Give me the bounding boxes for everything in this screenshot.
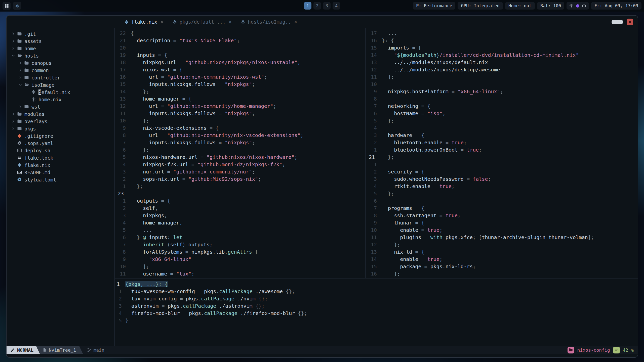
code-line[interactable]: 12 url = "github:nix-community/home-mana… [115, 103, 365, 110]
workspace-tag[interactable]: 1 [304, 2, 311, 10]
code-line[interactable]: 14 "${modulesPath}/installer/cd-dvd/inst… [366, 52, 638, 59]
chevron-right-icon[interactable] [17, 105, 23, 109]
chevron-right-icon[interactable] [17, 76, 23, 79]
code-line[interactable]: 1 [366, 161, 638, 168]
code-line[interactable]: 9 nix-vscode-extensions = { [115, 124, 365, 132]
code-line[interactable]: 18 nixpkgs.url = "github:nixos/nixpkgs/n… [115, 59, 365, 66]
tree-item[interactable]: pkgs [7, 125, 114, 132]
code-line[interactable]: 6 hostName = "iso"; [366, 110, 638, 117]
tree-item[interactable]: .git [7, 30, 114, 37]
tree-item[interactable]: stylua.toml [7, 176, 114, 183]
code-line[interactable]: 21 description = "tux's NixOS Flake"; [115, 37, 365, 44]
code-line[interactable]: 14 enable = true; [366, 256, 638, 263]
window-close-button[interactable]: × [627, 19, 633, 25]
code-line[interactable]: 5 ... [115, 227, 365, 234]
launcher-button[interactable] [3, 2, 11, 10]
code-line[interactable]: 7 networking = { [366, 103, 638, 110]
code-line[interactable]: 17 nixos-wsl = { [115, 66, 365, 73]
code-line[interactable]: 7 inherit (self) outputs; [115, 241, 365, 248]
code-line[interactable]: 8 forAllSystems = nixpkgs.lib.genAttrs [ [115, 248, 365, 256]
code-line[interactable]: 10 }; [115, 117, 365, 124]
status-dot-icon[interactable] [576, 4, 579, 8]
chevron-right-icon[interactable] [10, 119, 16, 123]
chevron-right-icon[interactable] [10, 127, 16, 130]
code-line[interactable]: 16 url = "github:nix-community/nixos-wsl… [115, 73, 365, 81]
code-line[interactable]: 8 [366, 95, 638, 103]
tree-item[interactable]: wsl [7, 103, 114, 110]
code-line[interactable]: 15 imports = [ [366, 44, 638, 52]
tab-close-icon[interactable]: × [160, 19, 164, 25]
tree-item[interactable]: deploy.sh [7, 147, 114, 154]
workspace-tag[interactable]: 2 [313, 2, 321, 10]
code-line[interactable]: 9 "x86_64-linux" [115, 256, 365, 263]
tree-item[interactable]: default.nix [7, 88, 114, 96]
code-line[interactable]: 3 hardware = { [366, 132, 638, 139]
tab[interactable]: pkgs/default ...× [169, 16, 236, 28]
code-line[interactable]: 22{ [115, 30, 365, 37]
code-line[interactable]: 13 ../../modules/nixos/default.nix [366, 59, 638, 66]
tab-close-icon[interactable]: × [294, 19, 297, 25]
code-line[interactable]: 19 inputs = { [115, 52, 365, 59]
tree-item[interactable]: isoImage [7, 81, 114, 88]
code-line[interactable]: 4 rtkit.enable = true; [366, 183, 638, 190]
code-line[interactable]: 2 bluetooth.enable = true; [366, 139, 638, 146]
code-line[interactable]: 1 bluetooth.powerOnBoot = true; [366, 146, 638, 154]
code-line[interactable]: 3 nur.url = "github:nix-community/nur"; [115, 168, 365, 175]
workspace-tag[interactable]: 4 [333, 2, 340, 10]
nix-logo-button[interactable] [13, 2, 21, 10]
power-profile-widget[interactable]: P: Performance [413, 2, 455, 10]
code-line[interactable]: 16}: { [366, 37, 638, 44]
tree-item[interactable]: canopus [7, 59, 114, 67]
code-line[interactable]: 6 } @ inputs: let [115, 234, 365, 241]
window-toggle-button[interactable] [612, 20, 623, 24]
chevron-down-icon[interactable] [17, 83, 23, 87]
code-line[interactable]: 21 }; [366, 154, 638, 161]
code-line[interactable]: 2 security = { [366, 168, 638, 175]
tree-item[interactable]: flake.nix [7, 161, 114, 169]
gpu-widget[interactable]: GPU: Integrated [458, 2, 503, 10]
code-line[interactable]: 2 sops-nix.url = "github:Mic92/sops-nix"… [115, 175, 365, 183]
code-line[interactable]: 11 plugins = with pkgs.xfce; [thunar-arc… [366, 234, 638, 241]
code-line[interactable]: 3 nixpkgs, [115, 212, 365, 219]
code-line[interactable]: 7 inputs.nixpkgs.follows = "nixpkgs"; [115, 139, 365, 146]
code-line[interactable]: 1 outputs = { [115, 197, 365, 205]
tab-close-icon[interactable]: × [229, 19, 232, 25]
chevron-down-icon[interactable] [10, 54, 16, 58]
tree-item[interactable]: flake.lock [7, 154, 114, 161]
code-line[interactable]: 15 inputs.nixpkgs.follows = "nixpkgs"; [115, 81, 365, 88]
code-line[interactable]: 9 nixpkgs.hostPlatform = "x86_64-linux"; [366, 88, 638, 95]
code-line[interactable]: 4 home-manager, [115, 219, 365, 227]
code-line[interactable]: 7 programs = { [366, 205, 638, 212]
chevron-right-icon[interactable] [10, 47, 16, 50]
tree-item[interactable]: home [7, 45, 114, 52]
code-line[interactable]: 2 tux-nvim-config = pkgs.callPackage ./n… [115, 295, 638, 302]
code-line[interactable]: 17 ... [366, 30, 638, 37]
code-line[interactable]: 5 }; [366, 190, 638, 197]
tab[interactable]: hosts/isoImag..× [237, 16, 301, 28]
code-line[interactable]: 11 username = "tux"; [115, 270, 365, 278]
code-line[interactable]: 3 astronvim = pkgs.callPackage ./astronv… [115, 302, 638, 310]
code-line[interactable]: 4 [366, 124, 638, 132]
code-line[interactable]: 16 }; [366, 270, 638, 278]
code-line[interactable]: 13 home-manager = { [115, 95, 365, 103]
tree-item[interactable]: common [7, 67, 114, 74]
code-line[interactable]: 5 nixos-hardware.url = "github:nixos/nix… [115, 154, 365, 161]
tray-icon[interactable] [582, 4, 586, 8]
code-line[interactable]: 2 self, [115, 205, 365, 212]
code-line[interactable]: 1{pkgs, ...}: { [115, 281, 638, 288]
chevron-right-icon[interactable] [10, 32, 16, 36]
code-line[interactable]: 23 [115, 190, 365, 197]
tree-item[interactable]: hosts [7, 52, 114, 59]
code-line[interactable]: 10 enable = true; [366, 227, 638, 234]
code-line[interactable]: 10 ]; [115, 263, 365, 270]
battery-widget[interactable]: Bat: 100 [537, 2, 564, 10]
tree-item[interactable]: overlays [7, 118, 114, 125]
workspace-tag[interactable]: 3 [323, 2, 331, 10]
code-line[interactable]: 13 nix-ld = { [366, 248, 638, 256]
tree-item[interactable]: controller [7, 74, 114, 81]
code-line[interactable]: 8 ssh.startAgent = true; [366, 212, 638, 219]
code-line[interactable]: 4 firefox-mod-blur = pkgs.callPackage ./… [115, 310, 638, 317]
tree-item[interactable]: modules [7, 110, 114, 118]
code-line[interactable]: 10 [366, 81, 638, 88]
chevron-right-icon[interactable] [10, 39, 16, 43]
